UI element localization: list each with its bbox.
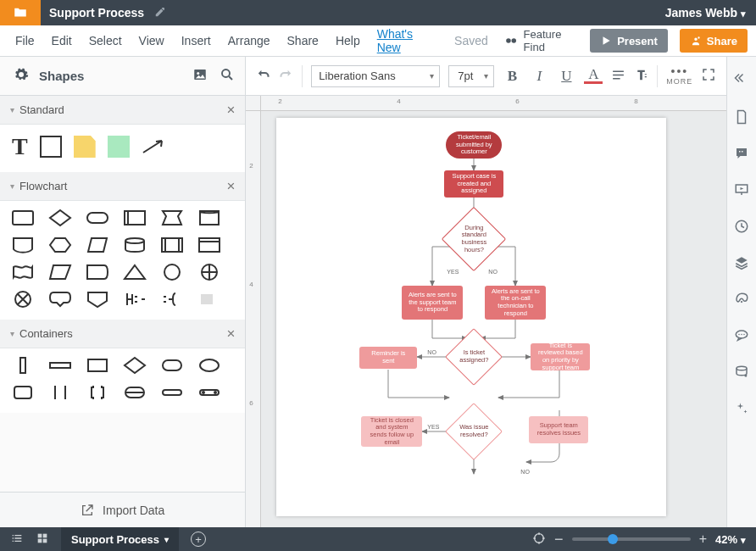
shape[interactable] [85,262,110,282]
shape[interactable] [159,289,185,309]
page[interactable]: Ticket/email submitted by customer Suppo… [276,118,666,516]
decision-assigned[interactable]: Is ticket assigned? [453,337,494,377]
feature-find[interactable]: Feature Find [505,28,578,53]
shape[interactable] [85,289,110,309]
menu-edit[interactable]: Edit [52,34,72,47]
share-button[interactable]: Share [680,29,748,53]
shape[interactable] [10,262,36,282]
data-icon[interactable] [734,365,749,382]
decision-hours[interactable]: During standard business hours? [451,216,497,262]
shape[interactable] [159,382,185,403]
shape[interactable] [197,208,222,228]
shape[interactable] [47,382,73,403]
shape[interactable] [159,262,185,282]
presentation-icon[interactable] [734,182,749,200]
shape[interactable] [10,208,36,228]
node-resolve[interactable]: Support team resolves issues [529,416,588,443]
align-button[interactable] [611,68,625,85]
menu-insert[interactable]: Insert [181,34,211,47]
import-data-button[interactable]: Import Data [0,492,245,527]
node-reminder[interactable]: Reminder is sent [359,347,417,369]
shape[interactable] [197,355,222,376]
underline-button[interactable]: U [557,68,575,85]
menu-help[interactable]: Help [336,34,360,47]
shape[interactable] [197,289,222,309]
list-view-icon[interactable] [10,532,24,548]
folder-button[interactable] [0,0,41,25]
shape[interactable] [10,235,36,255]
shape[interactable] [122,355,147,376]
font-select[interactable]: Liberation Sans [311,65,440,87]
grid-view-icon[interactable] [36,532,49,548]
zoom-value[interactable]: 42% [715,533,746,546]
redo-button[interactable] [279,68,293,85]
font-size-select[interactable]: 7pt [448,65,494,87]
zoom-in-button[interactable]: + [699,532,707,547]
user-menu[interactable]: James Webb [655,6,756,19]
section-flowchart[interactable]: Flowchart× [0,172,245,201]
more-button[interactable]: MORE [666,65,692,86]
shape[interactable] [159,208,185,228]
shape[interactable] [47,208,73,228]
rename-icon[interactable] [153,6,166,20]
menu-select[interactable]: Select [89,34,122,47]
undo-button[interactable] [256,68,270,85]
shape[interactable] [197,262,222,282]
zoom-target-icon[interactable] [532,532,546,548]
present-button[interactable]: Present [590,29,668,53]
image-icon[interactable] [192,67,208,85]
shape[interactable] [85,355,110,376]
section-standard[interactable]: Standard× [0,96,245,125]
text-style-button[interactable] [634,68,648,85]
search-icon[interactable] [220,67,235,85]
shape[interactable] [159,235,185,255]
note-tool[interactable] [74,136,96,158]
shape[interactable] [85,208,110,228]
node-start[interactable]: Ticket/email submitted by customer [446,131,502,159]
document-title[interactable]: Support Process [41,6,153,19]
page-tab[interactable]: Support Process [61,527,179,551]
zoom-out-button[interactable]: − [554,531,564,548]
shape[interactable] [197,235,222,255]
shape[interactable] [10,289,36,309]
menu-whats-new[interactable]: What's New [377,27,437,54]
decision-resolved[interactable]: Was issue resolved? [453,411,494,452]
menu-share[interactable]: Share [287,34,319,47]
node-alert-oncall[interactable]: Alerts are sent to the on-call technicia… [485,286,546,320]
italic-button[interactable]: I [530,68,548,85]
text-color-button[interactable]: A [584,68,603,83]
shapes-settings-icon[interactable] [14,67,29,85]
rect-tool[interactable] [40,136,62,158]
sparkle-icon[interactable] [734,401,749,419]
text-tool[interactable]: T [12,133,28,160]
node-close-ticket[interactable]: Ticket is closed and system sends follow… [361,416,422,447]
bold-button[interactable]: B [503,68,521,85]
shape[interactable] [122,262,147,282]
shape[interactable] [122,235,147,255]
close-icon[interactable]: × [226,326,235,342]
close-icon[interactable]: × [226,102,235,119]
layers-icon[interactable] [734,255,749,273]
shape[interactable] [85,382,110,403]
shape[interactable] [197,382,222,403]
zoom-slider[interactable] [572,537,691,541]
page-icon[interactable] [734,109,749,127]
comment-icon[interactable] [734,146,749,164]
block-tool[interactable] [108,136,130,158]
menu-file[interactable]: File [15,34,35,47]
canvas[interactable]: 2 4 6 8 2 4 6 [246,96,726,527]
node-create-case[interactable]: Support case is created and assigned [444,170,503,198]
shape[interactable] [122,208,147,228]
shape[interactable] [10,382,36,403]
shape[interactable] [122,382,147,403]
node-review[interactable]: Ticket is reviewed based on priority by … [531,343,590,370]
collapse-icon[interactable] [734,65,749,91]
shape[interactable] [10,355,36,376]
section-containers[interactable]: Containers× [0,320,245,348]
shape[interactable] [85,235,110,255]
shape[interactable] [47,289,73,309]
shape[interactable] [47,235,73,255]
menu-arrange[interactable]: Arrange [228,34,270,47]
shape[interactable] [47,262,73,282]
add-page-button[interactable]: + [191,532,206,547]
